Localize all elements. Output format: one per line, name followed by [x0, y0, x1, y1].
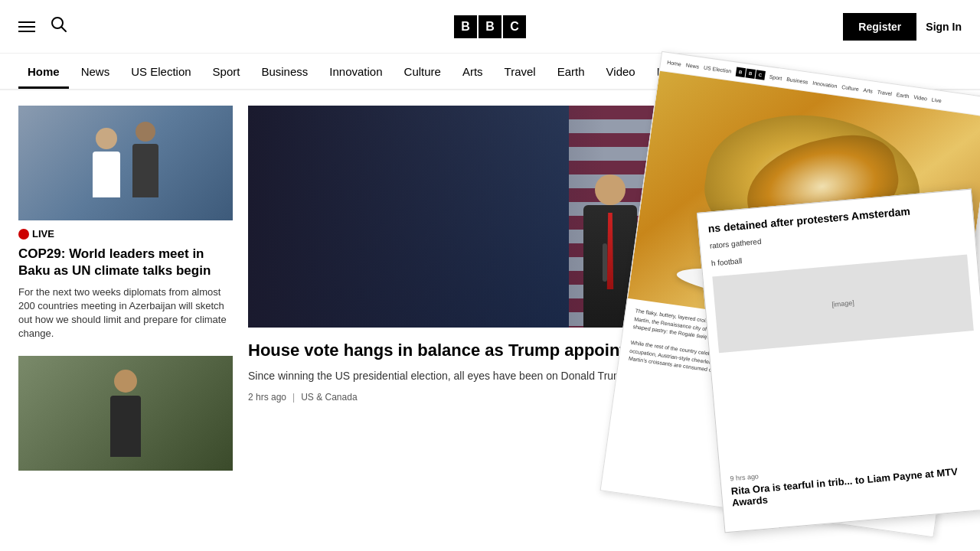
top-left-article-image — [18, 106, 233, 220]
svg-line-1 — [61, 27, 66, 31]
center-article-time: 2 hrs ago — [248, 392, 286, 403]
nav-item-us-election[interactable]: US Election — [122, 56, 200, 87]
live-dot — [18, 229, 29, 240]
top-left-article-title[interactable]: COP29: World leaders meet in Baku as UN … — [18, 246, 233, 279]
live-badge: LIVE — [18, 228, 54, 240]
nav-item-home[interactable]: Home — [18, 56, 69, 87]
register-button[interactable]: Register — [843, 13, 916, 41]
signin-link[interactable]: Sign In — [926, 21, 962, 33]
bottom-left-article — [18, 356, 233, 471]
nav-item-news[interactable]: News — [72, 56, 119, 87]
nav-item-culture[interactable]: Culture — [395, 56, 450, 87]
top-left-article-desc: For the next two weeks diplomats from al… — [18, 285, 233, 341]
header: B B C Register Sign In — [0, 0, 980, 54]
header-left — [18, 16, 67, 37]
bbc-b2: B — [479, 15, 501, 38]
center-article-meta: 2 hrs ago | US & Canada — [248, 392, 962, 403]
center-article-title[interactable]: House vote hangs in balance as Trump app… — [248, 340, 962, 362]
nav-item-arts[interactable]: Arts — [453, 56, 492, 87]
main-nav: Home News US Election Sport Business Inn… — [0, 54, 980, 90]
nav-item-business[interactable]: Business — [252, 56, 317, 87]
nav-item-earth[interactable]: Earth — [548, 56, 594, 87]
nav-item-video[interactable]: Video — [597, 56, 645, 87]
bbc-b1: B — [454, 15, 477, 38]
center-hero-image — [248, 106, 962, 328]
header-right: Register Sign In — [843, 13, 962, 41]
nav-item-innovation[interactable]: Innovation — [320, 56, 391, 87]
bbc-c: C — [503, 15, 526, 38]
top-left-article: LIVE COP29: World leaders meet in Baku a… — [18, 106, 233, 341]
bottom-left-article-image — [18, 356, 233, 471]
nav-item-travel[interactable]: Travel — [495, 56, 545, 87]
center-article-desc: Since winning the US presidential electi… — [248, 368, 962, 384]
center-article-category: US & Canada — [301, 392, 357, 403]
bbc-logo[interactable]: B B C — [454, 15, 526, 38]
nav-item-live[interactable]: Live — [648, 56, 688, 87]
main-content: LIVE COP29: World leaders meet in Baku a… — [0, 90, 980, 486]
left-column: LIVE COP29: World leaders meet in Baku a… — [18, 106, 233, 471]
center-column: House vote hangs in balance as Trump app… — [248, 106, 962, 471]
search-icon[interactable] — [51, 16, 67, 37]
nav-item-sport[interactable]: Sport — [204, 56, 250, 87]
hamburger-menu-icon[interactable] — [18, 21, 35, 32]
